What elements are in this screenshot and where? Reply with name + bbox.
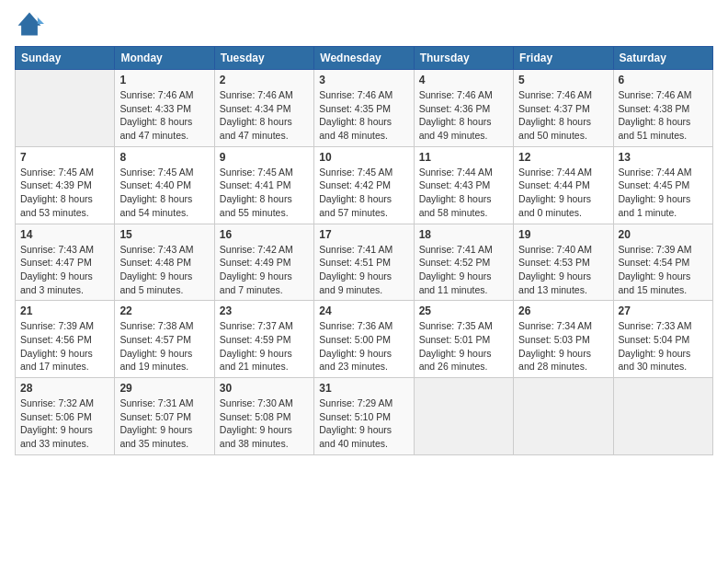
- day-number: 31: [319, 382, 408, 395]
- day-number: 19: [518, 228, 608, 241]
- cell-content: Sunrise: 7:33 AMSunset: 5:04 PMDaylight:…: [619, 319, 708, 373]
- day-number: 8: [119, 151, 209, 164]
- calendar-cell: 17Sunrise: 7:41 AMSunset: 4:51 PMDayligh…: [314, 224, 414, 301]
- logo-icon: [15, 9, 44, 39]
- calendar-cell: 21Sunrise: 7:39 AMSunset: 4:56 PMDayligh…: [16, 301, 115, 378]
- day-number: 23: [220, 304, 309, 317]
- calendar-cell: [16, 70, 115, 147]
- day-number: 1: [119, 74, 209, 86]
- cell-content: Sunrise: 7:43 AMSunset: 4:48 PMDaylight:…: [119, 243, 209, 297]
- weekday-header-thursday: Thursday: [414, 47, 513, 70]
- calendar-cell: 8Sunrise: 7:45 AMSunset: 4:40 PMDaylight…: [115, 146, 214, 224]
- weekday-header-friday: Friday: [514, 47, 613, 70]
- day-number: 24: [319, 304, 408, 317]
- day-number: 3: [319, 74, 408, 86]
- cell-content: Sunrise: 7:42 AMSunset: 4:49 PMDaylight:…: [220, 243, 309, 297]
- calendar-header: SundayMondayTuesdayWednesdayThursdayFrid…: [16, 47, 713, 70]
- day-number: 11: [419, 151, 508, 164]
- day-number: 18: [419, 228, 508, 241]
- weekday-header-sunday: Sunday: [16, 47, 115, 70]
- day-number: 13: [619, 151, 708, 164]
- calendar-cell: 1Sunrise: 7:46 AMSunset: 4:33 PMDaylight…: [115, 70, 214, 147]
- cell-content: Sunrise: 7:29 AMSunset: 5:10 PMDaylight:…: [319, 396, 408, 451]
- cell-content: Sunrise: 7:46 AMSunset: 4:33 PMDaylight:…: [119, 88, 209, 143]
- cell-content: Sunrise: 7:45 AMSunset: 4:41 PMDaylight:…: [220, 166, 309, 220]
- calendar-cell: 10Sunrise: 7:45 AMSunset: 4:42 PMDayligh…: [314, 146, 414, 224]
- cell-content: Sunrise: 7:43 AMSunset: 4:47 PMDaylight:…: [20, 243, 109, 297]
- day-number: 20: [619, 228, 708, 241]
- calendar-cell: 3Sunrise: 7:46 AMSunset: 4:35 PMDaylight…: [314, 70, 414, 147]
- weekday-header-tuesday: Tuesday: [214, 47, 313, 70]
- weekday-row: SundayMondayTuesdayWednesdayThursdayFrid…: [16, 47, 713, 70]
- day-number: 5: [518, 74, 608, 86]
- cell-content: Sunrise: 7:41 AMSunset: 4:52 PMDaylight:…: [419, 243, 508, 297]
- calendar-cell: 31Sunrise: 7:29 AMSunset: 5:10 PMDayligh…: [314, 378, 414, 455]
- header: [15, 9, 713, 39]
- calendar-cell: 29Sunrise: 7:31 AMSunset: 5:07 PMDayligh…: [115, 378, 214, 455]
- day-number: 6: [619, 74, 708, 86]
- day-number: 4: [419, 74, 508, 86]
- weekday-header-saturday: Saturday: [613, 47, 712, 70]
- cell-content: Sunrise: 7:45 AMSunset: 4:39 PMDaylight:…: [20, 166, 109, 220]
- cell-content: Sunrise: 7:31 AMSunset: 5:07 PMDaylight:…: [119, 396, 209, 451]
- cell-content: Sunrise: 7:39 AMSunset: 4:54 PMDaylight:…: [619, 243, 708, 297]
- calendar-cell: 14Sunrise: 7:43 AMSunset: 4:47 PMDayligh…: [16, 224, 115, 301]
- calendar-cell: 20Sunrise: 7:39 AMSunset: 4:54 PMDayligh…: [613, 224, 712, 301]
- calendar-cell: 23Sunrise: 7:37 AMSunset: 4:59 PMDayligh…: [214, 301, 313, 378]
- cell-content: Sunrise: 7:46 AMSunset: 4:34 PMDaylight:…: [220, 88, 309, 143]
- day-number: 9: [220, 151, 309, 164]
- cell-content: Sunrise: 7:44 AMSunset: 4:43 PMDaylight:…: [419, 166, 508, 220]
- week-row-0: 1Sunrise: 7:46 AMSunset: 4:33 PMDaylight…: [16, 70, 713, 147]
- cell-content: Sunrise: 7:44 AMSunset: 4:45 PMDaylight:…: [619, 166, 708, 220]
- calendar-cell: 13Sunrise: 7:44 AMSunset: 4:45 PMDayligh…: [613, 146, 712, 224]
- calendar-cell: 12Sunrise: 7:44 AMSunset: 4:44 PMDayligh…: [514, 146, 613, 224]
- day-number: 17: [319, 228, 408, 241]
- calendar-cell: 24Sunrise: 7:36 AMSunset: 5:00 PMDayligh…: [314, 301, 414, 378]
- calendar-cell: 2Sunrise: 7:46 AMSunset: 4:34 PMDaylight…: [214, 70, 313, 147]
- calendar-cell: 26Sunrise: 7:34 AMSunset: 5:03 PMDayligh…: [514, 301, 613, 378]
- calendar-body: 1Sunrise: 7:46 AMSunset: 4:33 PMDaylight…: [16, 70, 713, 455]
- calendar-cell: 19Sunrise: 7:40 AMSunset: 4:53 PMDayligh…: [514, 224, 613, 301]
- cell-content: Sunrise: 7:46 AMSunset: 4:38 PMDaylight:…: [619, 88, 708, 143]
- day-number: 12: [518, 151, 608, 164]
- calendar-cell: 4Sunrise: 7:46 AMSunset: 4:36 PMDaylight…: [414, 70, 513, 147]
- cell-content: Sunrise: 7:34 AMSunset: 5:03 PMDaylight:…: [518, 319, 608, 373]
- cell-content: Sunrise: 7:39 AMSunset: 4:56 PMDaylight:…: [20, 319, 109, 373]
- cell-content: Sunrise: 7:46 AMSunset: 4:35 PMDaylight:…: [319, 88, 408, 143]
- svg-marker-0: [18, 13, 41, 36]
- week-row-3: 21Sunrise: 7:39 AMSunset: 4:56 PMDayligh…: [16, 301, 713, 378]
- cell-content: Sunrise: 7:30 AMSunset: 5:08 PMDaylight:…: [220, 396, 309, 451]
- weekday-header-monday: Monday: [115, 47, 214, 70]
- calendar-cell: 15Sunrise: 7:43 AMSunset: 4:48 PMDayligh…: [115, 224, 214, 301]
- cell-content: Sunrise: 7:40 AMSunset: 4:53 PMDaylight:…: [518, 243, 608, 297]
- cell-content: Sunrise: 7:38 AMSunset: 4:57 PMDaylight:…: [119, 319, 209, 373]
- calendar-cell: 27Sunrise: 7:33 AMSunset: 5:04 PMDayligh…: [613, 301, 712, 378]
- cell-content: Sunrise: 7:37 AMSunset: 4:59 PMDaylight:…: [220, 319, 309, 373]
- calendar-cell: [514, 378, 613, 455]
- cell-content: Sunrise: 7:32 AMSunset: 5:06 PMDaylight:…: [20, 396, 109, 451]
- weekday-header-wednesday: Wednesday: [314, 47, 414, 70]
- cell-content: Sunrise: 7:35 AMSunset: 5:01 PMDaylight:…: [419, 319, 508, 373]
- calendar-table: SundayMondayTuesdayWednesdayThursdayFrid…: [15, 46, 713, 455]
- day-number: 14: [20, 228, 109, 241]
- day-number: 28: [20, 382, 109, 395]
- calendar-cell: 16Sunrise: 7:42 AMSunset: 4:49 PMDayligh…: [214, 224, 313, 301]
- calendar-cell: 25Sunrise: 7:35 AMSunset: 5:01 PMDayligh…: [414, 301, 513, 378]
- day-number: 15: [119, 228, 209, 241]
- calendar-cell: 18Sunrise: 7:41 AMSunset: 4:52 PMDayligh…: [414, 224, 513, 301]
- week-row-2: 14Sunrise: 7:43 AMSunset: 4:47 PMDayligh…: [16, 224, 713, 301]
- day-number: 25: [419, 304, 508, 317]
- cell-content: Sunrise: 7:45 AMSunset: 4:42 PMDaylight:…: [319, 166, 408, 220]
- day-number: 26: [518, 304, 608, 317]
- calendar-cell: 11Sunrise: 7:44 AMSunset: 4:43 PMDayligh…: [414, 146, 513, 224]
- calendar-cell: 9Sunrise: 7:45 AMSunset: 4:41 PMDaylight…: [214, 146, 313, 224]
- cell-content: Sunrise: 7:41 AMSunset: 4:51 PMDaylight:…: [319, 243, 408, 297]
- day-number: 10: [319, 151, 408, 164]
- day-number: 16: [220, 228, 309, 241]
- logo: [15, 9, 48, 39]
- calendar-cell: 5Sunrise: 7:46 AMSunset: 4:37 PMDaylight…: [514, 70, 613, 147]
- cell-content: Sunrise: 7:44 AMSunset: 4:44 PMDaylight:…: [518, 166, 608, 220]
- page: SundayMondayTuesdayWednesdayThursdayFrid…: [0, 0, 728, 563]
- day-number: 21: [20, 304, 109, 317]
- day-number: 2: [220, 74, 309, 86]
